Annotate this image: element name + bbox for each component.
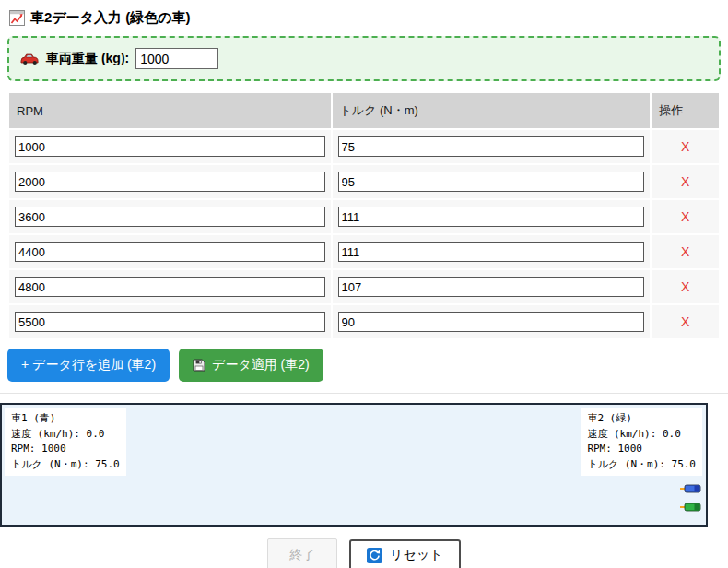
apply-data-label: データ適用 (車2) — [212, 357, 310, 373]
refresh-icon — [367, 548, 382, 563]
torque-input[interactable] — [338, 136, 645, 157]
simulation-canvas: 車1 (青) 速度 (km/h): 0.0 RPM: 1000 トルク (N・m… — [0, 403, 708, 527]
rpm-input[interactable] — [15, 242, 325, 262]
torque-input[interactable] — [338, 207, 645, 227]
table-row: X — [9, 305, 719, 338]
torque-input[interactable] — [338, 277, 645, 297]
rpm-input[interactable] — [15, 207, 325, 227]
weight-label: 車両重量 (kg): — [46, 51, 129, 67]
reset-label: リセット — [390, 547, 442, 563]
table-actions: + データ行を追加 (車2) データ適用 (車2) — [7, 349, 721, 382]
delete-row-button[interactable]: X — [681, 209, 689, 224]
car-icon — [20, 53, 40, 65]
rpm-input[interactable] — [15, 312, 325, 332]
car2-stats-panel: 車2 (緑) 速度 (km/h): 0.0 RPM: 1000 トルク (N・m… — [581, 408, 702, 476]
footer-actions: 終了 リセット — [0, 538, 728, 568]
car2-sprite — [680, 503, 704, 512]
add-row-button[interactable]: + データ行を追加 (車2) — [7, 349, 170, 382]
delete-row-button[interactable]: X — [681, 139, 689, 154]
delete-row-button[interactable]: X — [681, 244, 689, 259]
torque-input[interactable] — [338, 172, 645, 192]
torque-column-header: トルク (N・m) — [333, 93, 651, 128]
chart-increasing-icon — [9, 10, 25, 26]
table-row: X — [9, 130, 719, 163]
rpm-input[interactable] — [15, 172, 325, 192]
floppy-disk-icon — [193, 359, 205, 372]
table-row: X — [9, 165, 719, 198]
torque-table: RPM トルク (N・m) 操作 X X X — [7, 91, 721, 340]
car1-sprite — [680, 484, 704, 493]
rpm-input[interactable] — [15, 277, 325, 297]
apply-data-button[interactable]: データ適用 (車2) — [179, 349, 323, 382]
table-row: X — [9, 235, 719, 268]
table-row: X — [9, 270, 719, 303]
rpm-input[interactable] — [15, 136, 325, 157]
operation-column-header: 操作 — [652, 93, 719, 128]
delete-row-button[interactable]: X — [681, 174, 689, 189]
table-row: X — [9, 200, 719, 233]
section-divider — [0, 393, 728, 394]
torque-input[interactable] — [338, 312, 645, 332]
delete-row-button[interactable]: X — [681, 314, 689, 329]
torque-input[interactable] — [338, 242, 645, 262]
page-title: 車2データ入力 (緑色の車) — [30, 9, 191, 27]
car1-stats-panel: 車1 (青) 速度 (km/h): 0.0 RPM: 1000 トルク (N・m… — [5, 408, 126, 476]
car2-input-section: 車2データ入力 (緑色の車) 車両重量 (kg): RPM トルク (N・m) … — [0, 0, 728, 382]
weight-input[interactable] — [135, 48, 218, 69]
reset-button[interactable]: リセット — [349, 539, 460, 568]
quit-button[interactable]: 終了 — [267, 538, 337, 568]
rpm-column-header: RPM — [9, 93, 331, 128]
weight-panel: 車両重量 (kg): — [7, 36, 721, 81]
section-header: 車2データ入力 (緑色の車) — [9, 9, 721, 27]
table-header-row: RPM トルク (N・m) 操作 — [9, 93, 719, 128]
delete-row-button[interactable]: X — [681, 279, 689, 294]
